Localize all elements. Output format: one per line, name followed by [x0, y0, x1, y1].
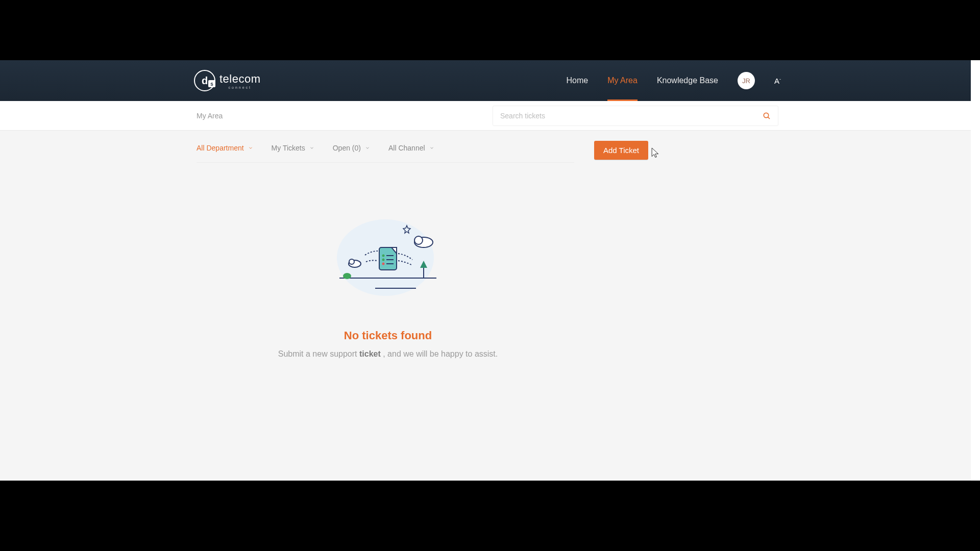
filter-status-label: Open (0)	[333, 144, 361, 152]
brand-logo[interactable]: d s telecom connect	[194, 70, 261, 91]
empty-title: No tickets found	[197, 329, 579, 342]
filter-channel-label: All Channel	[388, 144, 425, 152]
svg-point-12	[382, 255, 385, 257]
svg-point-5	[343, 273, 351, 279]
user-avatar[interactable]: JR	[738, 72, 755, 89]
empty-sub-link[interactable]: ticket	[359, 349, 381, 358]
brand-name: telecom	[219, 72, 261, 85]
nav-home[interactable]: Home	[567, 60, 589, 101]
filter-status[interactable]: Open (0)	[333, 144, 370, 152]
svg-point-14	[382, 259, 385, 261]
empty-illustration	[329, 207, 447, 304]
content-area: All Department My Tickets Open (0) All C…	[0, 131, 980, 359]
logo-text-wrap: telecom connect	[219, 72, 261, 89]
filter-channel[interactable]: All Channel	[388, 144, 434, 152]
main-nav: Home My Area Knowledge Base JR A-	[567, 60, 781, 101]
filter-department[interactable]: All Department	[197, 144, 253, 152]
filter-department-label: All Department	[197, 144, 244, 152]
svg-point-16	[382, 263, 385, 265]
search-icon[interactable]	[763, 112, 771, 120]
app-window: d s telecom connect Home My Area Knowled…	[0, 60, 980, 481]
add-ticket-button[interactable]: Add Ticket	[594, 141, 648, 160]
empty-state: No tickets found Submit a new support ti…	[197, 207, 579, 359]
svg-point-10	[349, 259, 354, 264]
cursor-icon	[650, 147, 660, 159]
logo-letter-d: d	[202, 75, 208, 87]
search-input[interactable]	[500, 112, 763, 120]
chevron-down-icon	[365, 145, 370, 151]
empty-sub-suffix: , and we will be happy to assist.	[381, 349, 498, 358]
text-size-label: A	[774, 77, 779, 85]
nav-my-area[interactable]: My Area	[607, 60, 638, 101]
empty-sub-prefix: Submit a new support	[278, 349, 359, 358]
svg-line-1	[768, 117, 770, 118]
nav-knowledge-base[interactable]: Knowledge Base	[657, 60, 718, 101]
filters-row: All Department My Tickets Open (0) All C…	[197, 144, 783, 152]
svg-point-8	[414, 236, 423, 244]
scrollbar-track[interactable]	[971, 60, 980, 481]
filter-scope-label: My Tickets	[272, 144, 305, 152]
empty-subtitle: Submit a new support ticket , and we wil…	[197, 349, 579, 359]
chevron-down-icon	[309, 145, 314, 151]
svg-point-0	[764, 113, 768, 117]
breadcrumb[interactable]: My Area	[197, 112, 223, 120]
logo-mark: d s	[194, 70, 215, 91]
logo-letter-s: s	[208, 80, 215, 87]
filters-divider	[197, 162, 574, 163]
filter-scope[interactable]: My Tickets	[272, 144, 314, 152]
sub-header: My Area	[0, 101, 980, 131]
text-size-toggle[interactable]: A-	[774, 77, 781, 85]
brand-sub: connect	[219, 86, 261, 89]
search-container	[493, 106, 778, 126]
top-header: d s telecom connect Home My Area Knowled…	[0, 60, 980, 101]
chevron-down-icon	[248, 145, 253, 151]
chevron-down-icon	[429, 145, 434, 151]
